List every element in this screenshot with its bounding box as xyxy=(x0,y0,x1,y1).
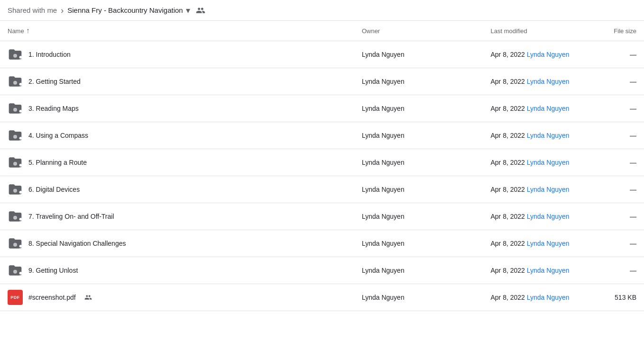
folder-icon xyxy=(8,263,23,278)
file-shared-badge xyxy=(84,294,92,301)
file-name-cell: 9. Getting Unlost xyxy=(0,257,354,284)
size-cell: — xyxy=(599,122,644,149)
breadcrumb-folder-name[interactable]: Sienna Fry - Backcountry Navigation xyxy=(67,6,183,14)
size-cell: — xyxy=(599,176,644,203)
file-name-cell: 8. Special Navigation Challenges xyxy=(0,230,354,257)
modified-by: Lynda Nguyen xyxy=(527,186,570,193)
owner-column-header[interactable]: Owner xyxy=(354,21,483,41)
modified-cell: Apr 8, 2022 Lynda Nguyen xyxy=(483,203,599,230)
file-name-label: 1. Introduction xyxy=(28,51,71,58)
modified-by: Lynda Nguyen xyxy=(527,78,570,85)
table-row[interactable]: 5. Planning a Route Lynda Nguyen Apr 8, … xyxy=(0,149,644,176)
modified-cell: Apr 8, 2022 Lynda Nguyen xyxy=(483,95,599,122)
modified-column-header[interactable]: Last modified xyxy=(483,21,599,41)
size-cell: — xyxy=(599,41,644,68)
folder-icon xyxy=(8,128,23,143)
modified-by: Lynda Nguyen xyxy=(527,267,570,274)
file-name-label: 6. Digital Devices xyxy=(28,186,80,193)
file-name-cell: 3. Reading Maps xyxy=(0,95,354,122)
modified-by: Lynda Nguyen xyxy=(527,240,570,247)
size-cell: — xyxy=(599,257,644,284)
table-row[interactable]: PDF #screenshot.pdf Lynda Nguyen Apr 8, … xyxy=(0,284,644,311)
file-name-cell: 6. Digital Devices xyxy=(0,176,354,203)
file-name-label: 2. Getting Started xyxy=(28,78,81,85)
modified-cell: Apr 8, 2022 Lynda Nguyen xyxy=(483,284,599,311)
size-cell: — xyxy=(599,68,644,95)
owner-cell: Lynda Nguyen xyxy=(354,176,483,203)
owner-cell: Lynda Nguyen xyxy=(354,95,483,122)
breadcrumb-dropdown-icon[interactable]: ▾ xyxy=(186,5,190,16)
modified-cell: Apr 8, 2022 Lynda Nguyen xyxy=(483,176,599,203)
table-row[interactable]: 3. Reading Maps Lynda Nguyen Apr 8, 2022… xyxy=(0,95,644,122)
modified-cell: Apr 8, 2022 Lynda Nguyen xyxy=(483,41,599,68)
folder-icon xyxy=(8,74,23,89)
modified-by: Lynda Nguyen xyxy=(527,159,570,166)
folder-icon xyxy=(8,182,23,197)
folder-icon xyxy=(8,236,23,251)
modified-cell: Apr 8, 2022 Lynda Nguyen xyxy=(483,122,599,149)
table-row[interactable]: 2. Getting Started Lynda Nguyen Apr 8, 2… xyxy=(0,68,644,95)
table-row[interactable]: 1. Introduction Lynda Nguyen Apr 8, 2022… xyxy=(0,41,644,68)
size-cell: — xyxy=(599,203,644,230)
modified-cell: Apr 8, 2022 Lynda Nguyen xyxy=(483,257,599,284)
file-name-label: 9. Getting Unlost xyxy=(28,267,78,274)
folder-icon xyxy=(8,155,23,170)
file-name-cell: 5. Planning a Route xyxy=(0,149,354,176)
modified-cell: Apr 8, 2022 Lynda Nguyen xyxy=(483,149,599,176)
table-row[interactable]: 9. Getting Unlost Lynda Nguyen Apr 8, 20… xyxy=(0,257,644,284)
file-name-cell: 7. Traveling On- and Off-Trail xyxy=(0,203,354,230)
size-cell: — xyxy=(599,149,644,176)
size-cell: — xyxy=(599,230,644,257)
table-header-row: Name ↑ Owner Last modified File size xyxy=(0,21,644,41)
name-column-header[interactable]: Name ↑ xyxy=(0,21,354,41)
file-name-label: 5. Planning a Route xyxy=(28,159,87,166)
sort-ascending-icon: ↑ xyxy=(26,27,30,35)
breadcrumb-current-folder: Sienna Fry - Backcountry Navigation ▾ xyxy=(67,5,190,16)
table-row[interactable]: 4. Using a Compass Lynda Nguyen Apr 8, 2… xyxy=(0,122,644,149)
table-row[interactable]: 7. Traveling On- and Off-Trail Lynda Ngu… xyxy=(0,203,644,230)
size-cell: — xyxy=(599,95,644,122)
file-name-cell: 4. Using a Compass xyxy=(0,122,354,149)
owner-cell: Lynda Nguyen xyxy=(354,230,483,257)
table-row[interactable]: 6. Digital Devices Lynda Nguyen Apr 8, 2… xyxy=(0,176,644,203)
folder-icon xyxy=(8,101,23,116)
folder-shared-icon[interactable] xyxy=(196,6,205,15)
folder-icon xyxy=(8,209,23,224)
modified-by: Lynda Nguyen xyxy=(527,51,570,58)
owner-cell: Lynda Nguyen xyxy=(354,41,483,68)
size-column-header[interactable]: File size xyxy=(599,21,644,41)
folder-icon xyxy=(8,47,23,62)
modified-by: Lynda Nguyen xyxy=(527,132,570,139)
file-name-cell: 1. Introduction xyxy=(0,41,354,68)
owner-cell: Lynda Nguyen xyxy=(354,68,483,95)
name-header-label: Name xyxy=(8,27,24,35)
modified-by: Lynda Nguyen xyxy=(527,105,570,112)
file-name-label: 7. Traveling On- and Off-Trail xyxy=(28,213,114,220)
file-name-label: 4. Using a Compass xyxy=(28,132,88,139)
file-name-label: #screenshot.pdf xyxy=(28,294,76,301)
modified-by: Lynda Nguyen xyxy=(527,213,570,220)
file-name-cell: 2. Getting Started xyxy=(0,68,354,95)
size-cell: 513 KB xyxy=(599,284,644,311)
file-table: Name ↑ Owner Last modified File size xyxy=(0,21,644,311)
owner-cell: Lynda Nguyen xyxy=(354,122,483,149)
file-name-label: 8. Special Navigation Challenges xyxy=(28,240,126,247)
breadcrumb-separator: › xyxy=(61,6,64,15)
owner-cell: Lynda Nguyen xyxy=(354,149,483,176)
modified-cell: Apr 8, 2022 Lynda Nguyen xyxy=(483,68,599,95)
file-name-label: 3. Reading Maps xyxy=(28,105,79,112)
breadcrumb: Shared with me › Sienna Fry - Backcountr… xyxy=(0,0,644,21)
owner-cell: Lynda Nguyen xyxy=(354,284,483,311)
owner-cell: Lynda Nguyen xyxy=(354,257,483,284)
modified-cell: Apr 8, 2022 Lynda Nguyen xyxy=(483,230,599,257)
table-row[interactable]: 8. Special Navigation Challenges Lynda N… xyxy=(0,230,644,257)
owner-cell: Lynda Nguyen xyxy=(354,203,483,230)
modified-by: Lynda Nguyen xyxy=(527,294,570,301)
breadcrumb-shared-with-me[interactable]: Shared with me xyxy=(8,6,57,14)
file-name-cell: PDF #screenshot.pdf xyxy=(0,284,354,311)
pdf-icon: PDF xyxy=(8,290,23,305)
